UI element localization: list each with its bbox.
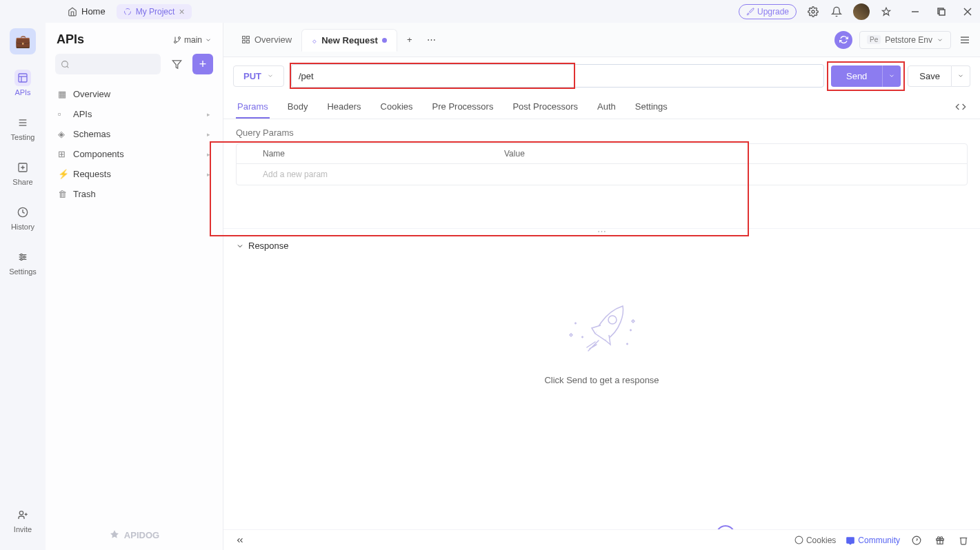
method-selector[interactable]: PUT — [233, 65, 284, 87]
help-icon[interactable] — [910, 533, 923, 547]
rail-apis-label: APIs — [14, 88, 30, 96]
rail-share-label: Share — [12, 178, 32, 186]
send-button[interactable]: Send — [831, 65, 882, 87]
filter-button[interactable] — [166, 54, 187, 74]
sidebar: APIs main + ▦Overview ▫APIs▸ ◈Schemas▸ ⊞… — [46, 23, 223, 550]
svg-rect-32 — [243, 41, 246, 43]
overview-icon: ▦ — [58, 89, 68, 99]
add-button[interactable]: + — [192, 54, 213, 74]
branch-selector[interactable]: main — [173, 35, 212, 45]
footer: Cookies Community — [223, 529, 980, 550]
request-row: PUT Send Save — [223, 57, 980, 92]
footer-community[interactable]: Community — [846, 536, 900, 545]
send-dropdown[interactable] — [882, 65, 901, 87]
spinner-icon — [123, 8, 132, 16]
subtab-headers[interactable]: Headers — [326, 96, 362, 119]
subtab-body[interactable]: Body — [286, 96, 310, 119]
tree-requests[interactable]: ⚡Requests▸ — [51, 164, 217, 184]
main-area: Overview ⬦ New Request + ⋯ Pe Petstore E… — [223, 23, 980, 550]
titlebar: Home My Project × Upgrade — [0, 0, 980, 23]
svg-point-20 — [21, 258, 23, 261]
subtab-post[interactable]: Post Processors — [511, 96, 579, 119]
pin-icon[interactable] — [879, 5, 893, 19]
chevron-down-icon — [937, 37, 943, 43]
tab-home[interactable]: Home — [61, 3, 112, 19]
rocket-icon — [746, 8, 754, 16]
save-button[interactable]: Save — [908, 65, 952, 87]
trash-footer-icon[interactable] — [957, 533, 970, 547]
tab-overview[interactable]: Overview — [232, 29, 301, 50]
tree-apis[interactable]: ▫APIs▸ — [51, 104, 217, 124]
svg-rect-31 — [247, 37, 250, 39]
rail-share[interactable]: Share — [12, 156, 32, 189]
components-icon: ⊞ — [58, 149, 68, 159]
maximize-icon[interactable] — [934, 5, 948, 19]
caret-icon: ▸ — [207, 171, 210, 178]
params-row-empty[interactable]: Add a new param — [237, 164, 967, 185]
tab-menu-button[interactable]: ⋯ — [425, 33, 439, 47]
rail-history[interactable]: History — [11, 201, 34, 234]
response-hint: Click Send to get a response — [544, 375, 659, 385]
svg-point-25 — [178, 37, 180, 39]
chevron-down-icon — [236, 242, 244, 250]
save-dropdown[interactable] — [952, 65, 970, 87]
subtab-pre[interactable]: Pre Processors — [431, 96, 495, 119]
left-rail: 💼 APIs Testing Share History Settings In… — [0, 23, 46, 550]
collapse-icon[interactable] — [233, 533, 247, 547]
tree-trash[interactable]: 🗑Trash — [51, 184, 217, 204]
cookie-icon — [794, 536, 803, 544]
caret-icon: ▸ — [207, 151, 210, 158]
folder-icon: ▫ — [58, 109, 68, 119]
unsaved-dot-icon — [382, 38, 387, 43]
response-section: Response Click Send to get a response — [223, 234, 980, 420]
history-icon — [14, 204, 31, 221]
subtab-settings[interactable]: Settings — [634, 96, 669, 119]
bell-icon[interactable] — [830, 5, 843, 19]
bolt-icon: ⬦ — [312, 35, 317, 45]
tree-components[interactable]: ⊞Components▸ — [51, 144, 217, 164]
refresh-icon — [839, 35, 848, 44]
rail-apis[interactable]: APIs — [14, 67, 31, 99]
gear-icon[interactable] — [806, 5, 820, 19]
svg-marker-29 — [172, 60, 181, 68]
code-icon[interactable] — [954, 96, 968, 119]
rail-settings[interactable]: Settings — [9, 246, 37, 278]
grid-icon — [241, 35, 250, 44]
col-value: Value — [497, 144, 967, 163]
discord-icon — [846, 536, 855, 545]
chevron-down-icon — [957, 72, 964, 79]
rail-invite-label: Invite — [14, 525, 32, 533]
settings-icon — [14, 249, 31, 265]
environment-selector[interactable]: Pe Petstore Env — [859, 31, 951, 49]
close-window-icon[interactable] — [961, 5, 974, 19]
footer-cookies[interactable]: Cookies — [794, 536, 836, 545]
menu-icon[interactable] — [958, 33, 972, 47]
subtab-params[interactable]: Params — [236, 96, 270, 119]
subtab-auth[interactable]: Auth — [596, 96, 617, 119]
add-tab-button[interactable]: + — [403, 33, 417, 47]
pane-divider[interactable]: ⋯ — [223, 228, 980, 234]
trash-icon: 🗑 — [58, 189, 68, 199]
url-input[interactable] — [291, 64, 824, 88]
response-toggle[interactable]: Response — [236, 241, 968, 251]
minimize-icon[interactable] — [908, 5, 922, 19]
avatar[interactable] — [853, 3, 870, 20]
tab-new-request[interactable]: ⬦ New Request — [301, 29, 397, 52]
tree-schemas[interactable]: ◈Schemas▸ — [51, 124, 217, 144]
tree-overview[interactable]: ▦Overview — [51, 84, 217, 104]
tab-project[interactable]: My Project × — [117, 4, 192, 19]
close-icon[interactable]: × — [179, 6, 184, 17]
rail-invite[interactable]: Invite — [14, 504, 32, 536]
svg-rect-30 — [243, 37, 246, 39]
search-input[interactable] — [55, 54, 161, 74]
upgrade-button[interactable]: Upgrade — [739, 4, 797, 19]
svg-rect-4 — [939, 10, 945, 15]
refresh-button[interactable] — [834, 31, 852, 49]
svg-point-27 — [62, 61, 68, 67]
gift-icon[interactable] — [933, 533, 947, 547]
rail-testing-label: Testing — [11, 133, 35, 141]
subtab-cookies[interactable]: Cookies — [379, 96, 414, 119]
rail-testing[interactable]: Testing — [11, 112, 35, 144]
params-table: Name Value Add a new param — [236, 143, 968, 185]
project-icon[interactable]: 💼 — [10, 28, 36, 54]
